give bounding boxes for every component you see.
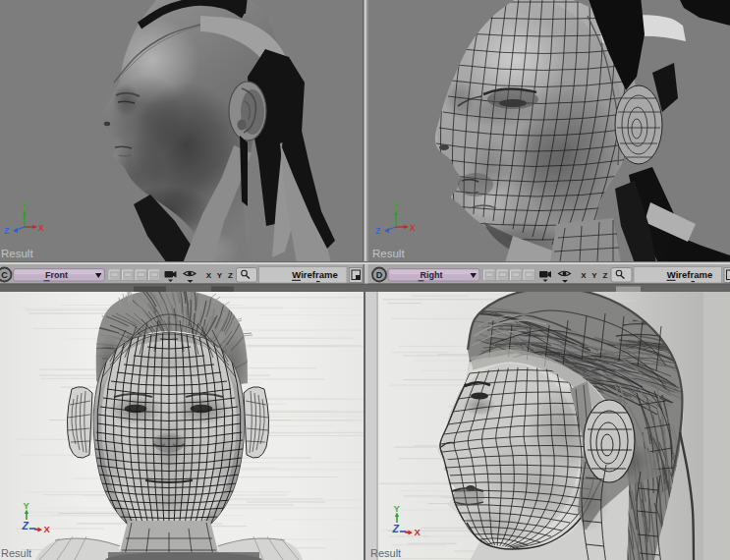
svg-text:Y: Y xyxy=(591,271,597,280)
svg-text:Result: Result xyxy=(1,248,33,259)
svg-text:X: X xyxy=(44,524,51,534)
svg-text:Z: Z xyxy=(228,271,233,280)
svg-text:Wireframe: Wireframe xyxy=(292,269,337,280)
svg-text:Y: Y xyxy=(22,200,28,210)
svg-text:Z: Z xyxy=(4,226,9,236)
svg-text:Y: Y xyxy=(393,200,399,210)
svg-text:C: C xyxy=(1,270,8,280)
svg-text:D: D xyxy=(376,270,383,280)
svg-text:Front: Front xyxy=(45,270,68,280)
svg-text:Result: Result xyxy=(1,547,31,559)
svg-text:X: X xyxy=(38,223,44,233)
svg-text:Z: Z xyxy=(603,271,608,280)
svg-text:Right: Right xyxy=(421,270,443,280)
svg-text:X: X xyxy=(410,223,416,233)
svg-text:Y: Y xyxy=(217,271,223,280)
svg-text:X: X xyxy=(581,271,587,280)
svg-text:Result: Result xyxy=(372,248,405,259)
svg-text:Z: Z xyxy=(375,226,380,236)
svg-text:Result: Result xyxy=(370,547,401,559)
svg-text:Z: Z xyxy=(392,523,400,534)
svg-text:Wireframe: Wireframe xyxy=(667,269,712,280)
svg-text:Y: Y xyxy=(394,503,401,514)
svg-text:Z: Z xyxy=(22,520,29,532)
svg-text:X: X xyxy=(415,527,421,537)
svg-text:Y: Y xyxy=(24,500,30,511)
svg-text:X: X xyxy=(206,271,212,280)
